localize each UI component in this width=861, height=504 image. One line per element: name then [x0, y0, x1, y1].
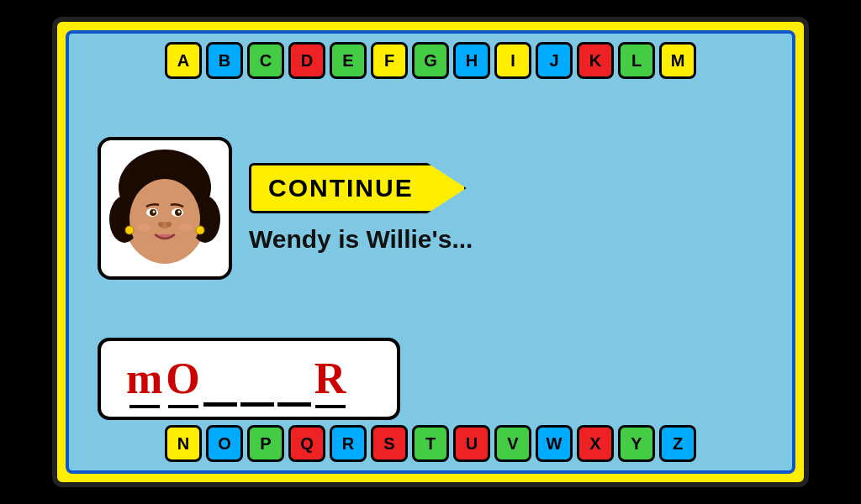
continue-button[interactable]: CONTINUE	[249, 163, 467, 213]
main-area: ABCDEFGHIJKLM	[66, 30, 795, 474]
bottom-letter-N[interactable]: N	[165, 425, 202, 462]
top-letter-F[interactable]: F	[371, 42, 408, 79]
word-section: m O	[81, 338, 780, 420]
bottom-letter-W[interactable]: W	[536, 425, 573, 462]
bottom-letter-row: NOPQRSTUVWXYZ	[165, 425, 696, 462]
word-slot-blank1	[203, 349, 237, 408]
right-panel: CONTINUE Wendy is Willie's...	[249, 163, 473, 254]
top-letter-E[interactable]: E	[330, 42, 367, 79]
outer-border: ABCDEFGHIJKLM	[52, 17, 809, 487]
top-letter-A[interactable]: A	[165, 42, 202, 79]
word-slot-blank2	[240, 349, 274, 408]
svg-point-6	[129, 179, 200, 260]
word-slot-m: m	[126, 354, 162, 408]
bottom-letter-X[interactable]: X	[577, 425, 614, 462]
bottom-letter-S[interactable]: S	[371, 425, 408, 462]
top-letter-C[interactable]: C	[247, 42, 284, 79]
bottom-letter-R[interactable]: R	[330, 425, 367, 462]
svg-point-15	[166, 222, 172, 227]
top-letter-I[interactable]: I	[494, 42, 531, 79]
bottom-letter-T[interactable]: T	[412, 425, 449, 462]
bottom-letter-Z[interactable]: Z	[659, 425, 696, 462]
bottom-letter-V[interactable]: V	[494, 425, 531, 462]
top-letter-G[interactable]: G	[412, 42, 449, 79]
top-letter-L[interactable]: L	[618, 42, 655, 79]
bottom-letter-U[interactable]: U	[453, 425, 490, 462]
word-slot-blank3	[277, 349, 311, 408]
top-letter-H[interactable]: H	[453, 42, 490, 79]
top-letter-B[interactable]: B	[206, 42, 243, 79]
svg-point-11	[153, 210, 156, 213]
middle-section: CONTINUE Wendy is Willie's...	[81, 84, 780, 333]
avatar-box	[98, 137, 232, 280]
top-letter-D[interactable]: D	[288, 42, 325, 79]
svg-point-17	[196, 226, 204, 234]
bottom-letter-Y[interactable]: Y	[618, 425, 655, 462]
bottom-letter-O[interactable]: O	[206, 425, 243, 462]
svg-point-19	[179, 223, 193, 232]
top-letter-J[interactable]: J	[536, 42, 573, 79]
top-letter-K[interactable]: K	[577, 42, 614, 79]
continue-arrow-shape[interactable]: CONTINUE	[249, 163, 467, 213]
top-letter-row: ABCDEFGHIJKLM	[165, 42, 696, 79]
svg-point-18	[137, 223, 151, 232]
svg-point-16	[125, 226, 134, 234]
word-box: m O	[98, 338, 400, 420]
bottom-letter-P[interactable]: P	[247, 425, 284, 462]
wendy-text: Wendy is Willie's...	[249, 225, 473, 254]
top-letter-M[interactable]: M	[659, 42, 696, 79]
svg-point-12	[178, 210, 181, 213]
word-slot-O: O	[166, 354, 199, 408]
bottom-letter-Q[interactable]: Q	[288, 425, 325, 462]
svg-point-14	[158, 222, 163, 227]
word-slot-R: R	[314, 354, 346, 408]
